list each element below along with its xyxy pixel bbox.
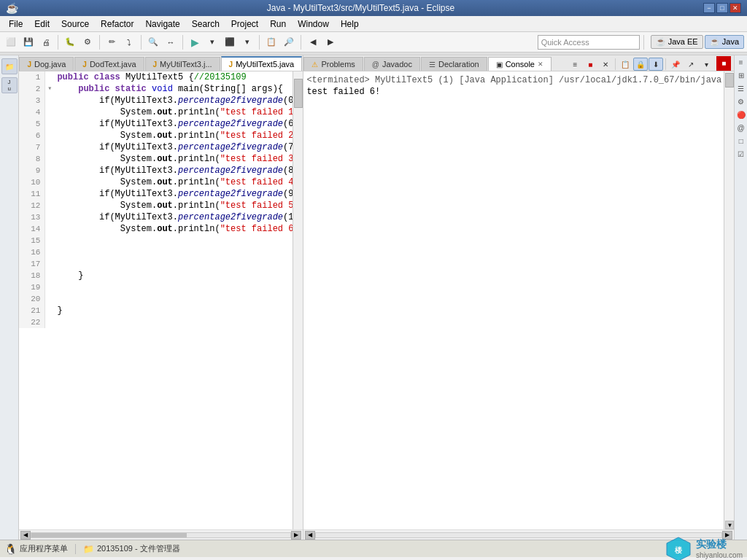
console-scroll-down-btn[interactable]: ▼ <box>725 521 734 529</box>
console-output[interactable]: <terminated> MyUtilText5 (1) [Java Appli… <box>303 71 724 529</box>
package-explorer-icon[interactable]: 📁 <box>1 58 18 74</box>
app-menu-status[interactable]: 🐧 应用程序菜单 <box>4 543 68 555</box>
app-menu-label: 应用程序菜单 <box>20 543 68 554</box>
status-bar: 🐧 应用程序菜单 📁 20135109 - 文件管理器 楼 实验楼 shiyan… <box>0 540 747 557</box>
perspectives-area: ☕ Java EE ☕ Java <box>651 35 744 49</box>
right-icons-strip: ≡ ⊞ ☰ ⚙ 🔴 @ □ ☑ <box>734 55 747 540</box>
close-button[interactable]: ✕ <box>729 3 741 13</box>
tool1[interactable]: ⚙ <box>80 34 96 50</box>
code-line: 11 if(MyUtilText3.percentage2fivegrade(9… <box>19 188 293 200</box>
tool4[interactable]: 📋 <box>263 34 279 50</box>
forward-button[interactable]: ▶ <box>322 34 338 50</box>
file-manager-status[interactable]: 📁 20135109 - 文件管理器 <box>83 543 180 554</box>
code-line: 21 } <box>19 305 293 316</box>
right-icon-7[interactable]: □ <box>735 137 747 149</box>
console-open-button[interactable]: ↗ <box>684 58 698 71</box>
console-hscroll-track[interactable] <box>315 532 722 538</box>
back-button[interactable]: ◀ <box>305 34 321 50</box>
console-copy-button[interactable]: 📋 <box>618 58 632 71</box>
console-scroll-lock-button[interactable]: 🔒 <box>633 58 648 71</box>
tab-javadoc[interactable]: @ Javadoc <box>364 57 420 71</box>
print-button[interactable]: 🖨 <box>38 34 54 50</box>
perspective-java[interactable]: ☕ Java <box>705 35 744 49</box>
code-line: 7 if(MyUtilText3.percentage2fivegrade(70… <box>19 141 293 153</box>
hscroll-left-btn[interactable]: ◀ <box>20 531 31 540</box>
code-line: 13 if(MyUtilText3.percentage2fivegrade(1… <box>19 211 293 223</box>
tab-problems-label: Problems <box>321 60 355 69</box>
code-line: 20 <box>19 293 293 305</box>
menu-file[interactable]: File <box>3 18 28 31</box>
menu-edit[interactable]: Edit <box>28 18 55 31</box>
console-vscrollbar[interactable]: ▼ <box>724 71 734 529</box>
console-view-menu[interactable]: ▾ <box>699 58 713 71</box>
tab-myutiltext3-java[interactable]: J MyUtilText3.j... <box>145 57 220 71</box>
right-icon-3[interactable]: ☰ <box>735 85 747 96</box>
console-disconnect-button[interactable]: ✕ <box>598 58 613 71</box>
code-line: 8 System.out.println("test failed 3!"); <box>19 153 293 165</box>
console-hscroll-left[interactable]: ◀ <box>305 531 315 540</box>
file-manager-label: 20135109 - 文件管理器 <box>97 543 180 554</box>
quick-access-input[interactable]: Quick Access <box>538 35 640 50</box>
console-pin-button[interactable]: 📌 <box>668 58 683 71</box>
menu-window[interactable]: Window <box>292 18 335 31</box>
tab-myutiltext5-java[interactable]: J MyUtilText5.java <box>221 56 303 71</box>
tab-console[interactable]: ▣ Console ✕ <box>488 57 551 71</box>
tab-icon: J <box>82 61 87 69</box>
maximize-button[interactable]: □ <box>716 3 728 13</box>
declaration-icon: ☰ <box>429 61 436 69</box>
menu-search[interactable]: Search <box>186 18 225 31</box>
run-dropdown[interactable]: ▾ <box>204 34 220 50</box>
outline-icon[interactable]: Ju <box>1 77 18 93</box>
console-close-button[interactable]: ✕ <box>538 61 543 68</box>
right-panel: ⚠ Problems @ Javadoc ☰ Declaration ▣ Con… <box>303 55 734 540</box>
tool5[interactable]: 🔎 <box>281 34 297 50</box>
refactor-tool[interactable]: ↔ <box>163 34 179 50</box>
save-button[interactable]: 💾 <box>20 34 36 50</box>
stop-tool[interactable]: ⬛ <box>222 34 238 50</box>
menu-source[interactable]: Source <box>55 18 95 31</box>
right-icon-5[interactable]: 🔴 <box>735 111 747 122</box>
console-vscroll-thumb <box>725 73 734 88</box>
run-tool[interactable]: ▶ <box>187 34 203 50</box>
perspective-javaee[interactable]: ☕ Java EE <box>651 35 703 49</box>
stop-console-button[interactable]: ■ <box>716 56 731 71</box>
search-tool[interactable]: 🔍 <box>145 34 161 50</box>
editor-hscrollbar[interactable]: ◀ ▶ <box>19 529 303 540</box>
watermark-chinese: 实验楼 <box>696 538 743 551</box>
right-icon-4[interactable]: ⚙ <box>735 98 747 109</box>
menu-refactor[interactable]: Refactor <box>95 18 139 31</box>
tab-dodtext-java[interactable]: J DodText.java <box>74 57 144 71</box>
editor-vscrollbar[interactable] <box>293 71 303 529</box>
debug-button[interactable]: 🐛 <box>62 34 78 50</box>
code-line: 17 <box>19 258 293 270</box>
hscroll-right-btn[interactable]: ▶ <box>291 531 301 540</box>
console-scroll-end-button[interactable]: ⬇ <box>649 58 663 71</box>
folder-icon: 📁 <box>83 544 94 554</box>
console-terminate-button[interactable]: ■ <box>583 58 597 71</box>
new-button[interactable]: ⬜ <box>3 34 19 50</box>
right-icon-6[interactable]: @ <box>735 124 747 136</box>
menu-run[interactable]: Run <box>264 18 292 31</box>
right-icon-8[interactable]: ☑ <box>735 150 747 162</box>
tab-label: MyUtilText5.java <box>236 60 294 69</box>
tab-declaration[interactable]: ☰ Declaration <box>421 57 487 71</box>
menu-help[interactable]: Help <box>335 18 365 31</box>
code-line: 3 if(MyUtilText3.percentage2fivegrade(0)… <box>19 95 293 106</box>
console-icon: ▣ <box>496 61 503 69</box>
right-icon-2[interactable]: ⊞ <box>735 71 747 83</box>
code-line: 2 ▾ public static void main(String[] arg… <box>19 83 293 95</box>
stop-dropdown[interactable]: ▾ <box>239 34 255 50</box>
code-content[interactable]: 1 public class MyUtilText5 {//20135109 2… <box>19 71 293 529</box>
menu-project[interactable]: Project <box>225 18 264 31</box>
minimize-button[interactable]: − <box>703 3 715 13</box>
editor-vscroll-thumb[interactable] <box>294 79 303 108</box>
hscroll-track[interactable] <box>31 532 291 538</box>
menu-navigate[interactable]: Navigate <box>139 18 185 31</box>
tab-problems[interactable]: ⚠ Problems <box>303 57 363 71</box>
tab-dog-java[interactable]: J Dog.java <box>19 57 74 71</box>
tool2[interactable]: ✏ <box>104 34 120 50</box>
right-icon-1[interactable]: ≡ <box>735 58 747 70</box>
console-clear-button[interactable]: ≡ <box>568 58 582 71</box>
tool3[interactable]: ⤵ <box>121 34 137 50</box>
stop-icon: ■ <box>721 59 726 67</box>
